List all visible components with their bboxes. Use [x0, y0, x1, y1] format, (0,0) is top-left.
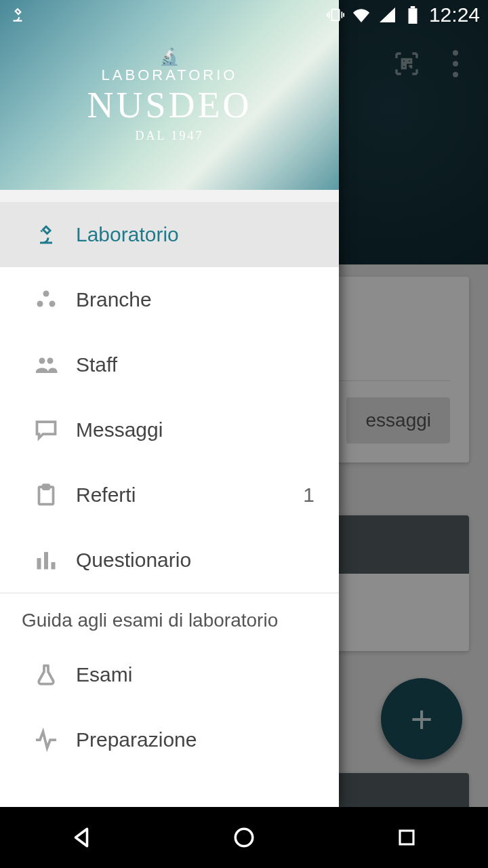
svg-point-7: [47, 358, 54, 364]
svg-point-4: [37, 301, 43, 307]
wifi-icon: [352, 5, 371, 24]
microscope-icon: 🔬: [87, 47, 251, 66]
drawer-section-title: Guida agli esami di laboratorio: [0, 593, 339, 642]
pulse-icon: [16, 728, 76, 752]
branches-icon: [16, 288, 76, 312]
svg-rect-14: [408, 8, 417, 24]
drawer-item-preparazione[interactable]: Preparazione: [0, 707, 339, 772]
android-navbar: [0, 807, 488, 868]
drawer-item-label: Branche: [76, 288, 323, 311]
screen: yte upato essaggi + 🔬 LABORATORIO NUSDEO…: [0, 0, 488, 868]
drawer-item-staff[interactable]: Staff: [0, 332, 339, 397]
battery-icon: [403, 5, 422, 24]
drawer-item-questionario[interactable]: Questionario: [0, 528, 339, 593]
drawer-item-label: Referti: [76, 484, 303, 507]
drawer-item-label: Staff: [76, 353, 323, 376]
navigation-drawer: 🔬 LABORATORIO NUSDEO DAL 1947 Laboratori…: [0, 0, 339, 807]
svg-point-5: [49, 301, 56, 307]
drawer-item-referti[interactable]: Referti 1: [0, 462, 339, 528]
drawer-gap: [0, 190, 339, 202]
status-bar: 12:24: [0, 0, 488, 30]
brand-overline: LABORATORIO: [87, 66, 251, 84]
svg-rect-11: [44, 552, 48, 570]
recents-button[interactable]: [380, 817, 434, 858]
status-time: 12:24: [429, 3, 480, 26]
chat-icon: [16, 418, 76, 442]
svg-point-6: [39, 358, 45, 364]
brand-block: 🔬 LABORATORIO NUSDEO DAL 1947: [87, 47, 251, 143]
drawer-item-branche[interactable]: Branche: [0, 267, 339, 332]
drawer-item-label: Preparazione: [76, 728, 323, 751]
bar-chart-icon: [16, 548, 76, 572]
brand-name: NUSDEO: [87, 84, 251, 126]
drawer-item-badge: 1: [303, 484, 323, 507]
home-button[interactable]: [217, 817, 271, 858]
svg-point-16: [235, 829, 253, 846]
app-notification-icon: [8, 5, 27, 24]
drawer-item-laboratorio[interactable]: Laboratorio: [0, 202, 339, 267]
svg-rect-15: [411, 6, 415, 8]
people-icon: [16, 353, 76, 377]
clipboard-icon: [16, 483, 76, 507]
drawer-list: Laboratorio Branche Staff Messaggi: [0, 202, 339, 807]
svg-point-3: [43, 291, 49, 297]
flask-icon: [16, 663, 76, 687]
svg-rect-17: [400, 831, 413, 844]
back-button[interactable]: [54, 817, 108, 858]
svg-rect-12: [52, 562, 56, 570]
vibrate-icon: [326, 5, 345, 24]
drawer-item-label: Esami: [76, 663, 323, 686]
drawer-item-label: Messaggi: [76, 418, 323, 441]
svg-rect-10: [37, 558, 41, 570]
drawer-item-label: Laboratorio: [76, 223, 323, 246]
drawer-item-label: Questionario: [76, 549, 323, 572]
signal-icon: [378, 5, 396, 24]
svg-rect-13: [331, 9, 339, 21]
brand-year: DAL 1947: [87, 129, 251, 143]
drawer-item-esami[interactable]: Esami: [0, 642, 339, 707]
drawer-item-messaggi[interactable]: Messaggi: [0, 397, 339, 462]
microscope-icon: [16, 222, 76, 247]
